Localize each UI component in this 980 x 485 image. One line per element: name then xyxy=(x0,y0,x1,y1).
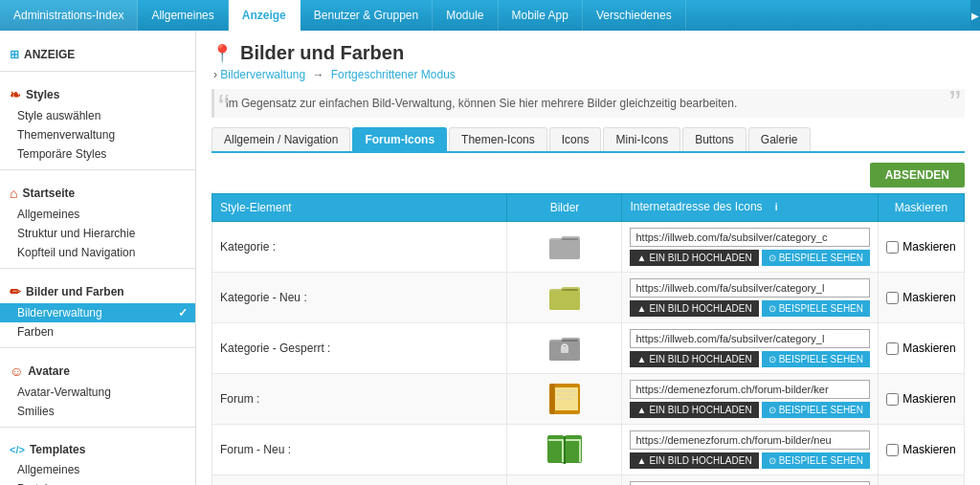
mask-checkbox[interactable] xyxy=(886,342,899,355)
col-maskieren: Maskieren xyxy=(879,194,965,222)
breadcrumb-arrow: → xyxy=(312,68,323,81)
startseite-section-icon: ⌂ xyxy=(10,186,17,201)
layout: ⊞ ANZEIGE ❧ Styles Style auswählen Theme… xyxy=(0,31,980,485)
nav-anzeige[interactable]: Anzeige xyxy=(229,0,301,31)
row-url-cell: ▲ EIN BILD HOCHLADEN ⊙ BEISPIELE SEHEN xyxy=(622,323,879,374)
row-url-cell: ▲ EIN BILD HOCHLADEN ⊙ BEISPIELE SEHEN xyxy=(622,475,879,486)
nav-administrations-index[interactable]: Administrations-Index xyxy=(0,0,138,31)
nav-allgemeines[interactable]: Allgemeines xyxy=(138,0,228,31)
sidebar-item-temporaere-styles[interactable]: Temporäre Styles xyxy=(0,144,195,164)
examples-icon: ⊙ xyxy=(768,354,776,364)
sidebar-section-styles: ❧ Styles xyxy=(0,77,195,106)
sidebar-item-farben[interactable]: Farben xyxy=(0,322,195,342)
mask-checkbox[interactable] xyxy=(886,292,899,304)
sidebar-section-avatare: ☺ Avatare xyxy=(0,354,195,383)
row-label: Forum - Neu : xyxy=(212,425,507,475)
sidebar-item-bilderverwaltung[interactable]: Bilderverwaltung xyxy=(0,303,195,322)
col-style-element: Style-Element xyxy=(212,194,507,222)
row-image xyxy=(507,374,622,425)
bilder-section-icon: ✏ xyxy=(10,284,21,299)
row-image xyxy=(507,323,622,374)
upload-button[interactable]: ▲ EIN BILD HOCHLADEN xyxy=(630,250,758,266)
sidebar-item-avatar-verwaltung[interactable]: Avatar-Verwaltung xyxy=(0,383,195,402)
divider xyxy=(0,268,195,269)
breadcrumb-current[interactable]: Fortgeschrittener Modus xyxy=(331,68,456,81)
table-row: Kategorie - Neu : ▲ EIN BILD HOCHLADEN ⊙… xyxy=(212,273,965,323)
sidebar-item-struktur[interactable]: Struktur und Hierarchie xyxy=(0,224,195,243)
divider xyxy=(0,347,195,348)
tab-forum-icons[interactable]: Forum-Icons xyxy=(352,127,447,151)
examples-icon: ⊙ xyxy=(768,405,776,415)
mask-checkbox[interactable] xyxy=(886,444,899,456)
info-text: im Gegensatz zur einfachen Bild-Verwaltu… xyxy=(226,97,737,110)
sidebar-item-smilies[interactable]: Smilies xyxy=(0,402,195,421)
sidebar-item-kopfteil[interactable]: Kopfteil und Navigation xyxy=(0,243,195,262)
examples-button[interactable]: ⊙ BEISPIELE SEHEN xyxy=(762,452,870,469)
url-input[interactable] xyxy=(630,329,870,348)
nav-verschiedenes[interactable]: Verschiedenes xyxy=(583,0,686,31)
mask-label: Maskieren xyxy=(886,342,956,355)
mask-checkbox[interactable] xyxy=(886,393,899,406)
nav-mobile-app[interactable]: Mobile App xyxy=(499,0,583,31)
examples-icon: ⊙ xyxy=(768,253,776,263)
main-content: 📍 Bilder und Farben › Bilderverwaltung →… xyxy=(196,31,980,485)
upload-button[interactable]: ▲ EIN BILD HOCHLADEN xyxy=(630,300,758,317)
sidebar-item-style-auswaehlen[interactable]: Style auswählen xyxy=(0,106,195,125)
examples-icon: ⊙ xyxy=(768,455,776,466)
sidebar-item-themenverwaltung[interactable]: Themenverwaltung xyxy=(0,125,195,144)
divider xyxy=(0,169,195,170)
mask-checkbox[interactable] xyxy=(886,241,899,254)
mask-text: Maskieren xyxy=(902,443,955,456)
breadcrumb-link[interactable]: Bilderverwaltung xyxy=(220,68,305,81)
examples-button[interactable]: ⊙ BEISPIELE SEHEN xyxy=(762,351,870,367)
page-title: Bilder und Farben xyxy=(240,42,404,64)
tab-allgemein-navigation[interactable]: Allgemein / Navigation xyxy=(212,127,350,151)
mask-text: Maskieren xyxy=(902,291,955,304)
svg-rect-3 xyxy=(561,346,568,353)
sidebar: ⊞ ANZEIGE ❧ Styles Style auswählen Theme… xyxy=(0,31,196,485)
row-image xyxy=(507,475,622,486)
col-internetadresse: Internetadresse des Icons i xyxy=(622,194,879,222)
templates-section-icon: </> xyxy=(10,444,25,455)
examples-button[interactable]: ⊙ BEISPIELE SEHEN xyxy=(762,250,870,266)
url-input[interactable] xyxy=(630,430,870,450)
url-input[interactable] xyxy=(630,228,870,247)
sidebar-section-startseite: ⌂ Startseite xyxy=(0,176,195,205)
examples-button[interactable]: ⊙ BEISPIELE SEHEN xyxy=(762,402,870,418)
mask-text: Maskieren xyxy=(902,240,955,254)
nav-benutzer-gruppen[interactable]: Benutzer & Gruppen xyxy=(301,0,433,31)
url-input[interactable] xyxy=(630,278,870,298)
url-input[interactable] xyxy=(630,481,870,485)
avatare-section-icon: ☺ xyxy=(10,364,23,379)
row-mask-cell: Maskieren xyxy=(879,374,965,425)
sidebar-item-allgemeines[interactable]: Allgemeines xyxy=(0,205,195,224)
mask-text: Maskieren xyxy=(902,392,955,406)
mask-label: Maskieren xyxy=(886,443,956,456)
examples-button[interactable]: ⊙ BEISPIELE SEHEN xyxy=(762,300,870,317)
page-title-area: 📍 Bilder und Farben xyxy=(212,42,965,64)
upload-button[interactable]: ▲ EIN BILD HOCHLADEN xyxy=(630,452,758,469)
info-icon[interactable]: i xyxy=(768,200,784,215)
row-mask-cell: Maskieren xyxy=(879,273,965,323)
nav-scroll[interactable]: ▶ xyxy=(970,0,980,31)
sidebar-item-templates-allgemeines[interactable]: Allgemeines xyxy=(0,460,195,479)
row-label: Forum : xyxy=(212,374,507,425)
tab-icons[interactable]: Icons xyxy=(549,127,602,151)
tab-themen-icons[interactable]: Themen-Icons xyxy=(449,127,547,151)
submit-button[interactable]: ABSENDEN xyxy=(870,163,965,187)
row-url-cell: ▲ EIN BILD HOCHLADEN ⊙ BEISPIELE SEHEN xyxy=(622,374,879,425)
row-image xyxy=(507,425,622,475)
mask-label: Maskieren xyxy=(886,240,956,254)
tab-galerie[interactable]: Galerie xyxy=(748,127,811,151)
url-input[interactable] xyxy=(630,380,870,399)
upload-icon: ▲ xyxy=(636,354,646,364)
sidebar-item-portal[interactable]: Portal xyxy=(0,479,195,485)
table-row: Forum - Neu : ▲ EIN BILD HOCHLADEN ⊙ BEI… xyxy=(212,425,965,475)
tab-mini-icons[interactable]: Mini-Icons xyxy=(603,127,680,151)
nav-module[interactable]: Module xyxy=(433,0,498,31)
row-mask-cell: Maskieren xyxy=(879,425,965,475)
tab-buttons[interactable]: Buttons xyxy=(682,127,746,151)
upload-button[interactable]: ▲ EIN BILD HOCHLADEN xyxy=(630,351,758,367)
upload-button[interactable]: ▲ EIN BILD HOCHLADEN xyxy=(630,402,758,418)
upload-icon: ▲ xyxy=(636,455,646,466)
